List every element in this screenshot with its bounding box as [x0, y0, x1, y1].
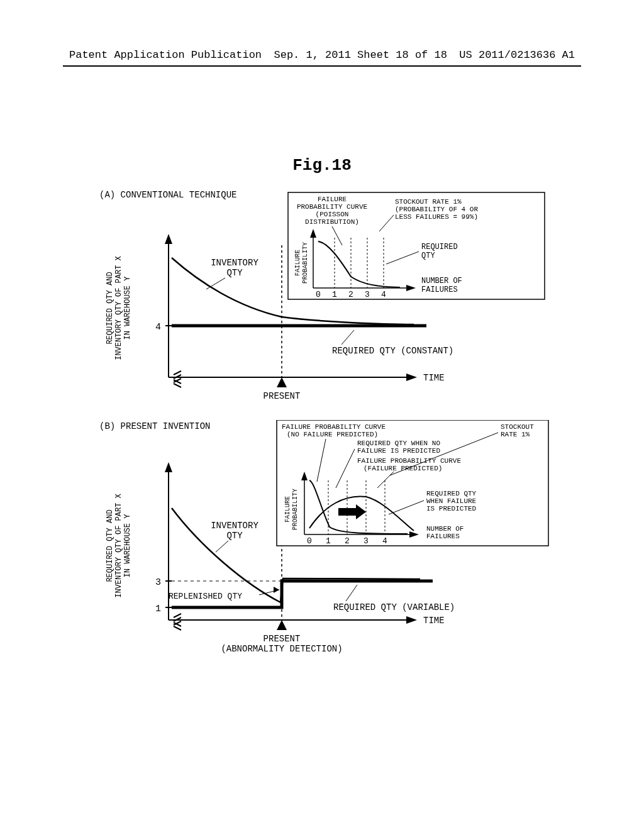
svg-text:FAILURE PROBABILITY CURVE: FAILURE PROBABILITY CURVE	[357, 457, 461, 465]
panel-b-time-label: TIME	[423, 616, 445, 626]
svg-text:FAILURE: FAILURE	[284, 496, 291, 523]
required-qty-variable-label: REQUIRED QTY (VARIABLE)	[333, 602, 455, 612]
figure-label: Fig.18	[0, 156, 644, 175]
present-marker-icon	[277, 620, 287, 630]
panel-b-ylabel-2: INVENTORY QTY OF PART X	[114, 494, 123, 598]
svg-text:3: 3	[364, 536, 369, 546]
svg-text:STOCKOUT: STOCKOUT	[501, 423, 534, 431]
svg-text:1: 1	[332, 290, 337, 299]
header-rule	[63, 65, 581, 67]
svg-rect-50	[277, 420, 548, 546]
svg-text:NUMBER OF: NUMBER OF	[426, 525, 464, 533]
svg-text:FAILURES: FAILURES	[421, 285, 458, 294]
page-header: Patent Application Publication Sep. 1, 2…	[0, 49, 644, 61]
svg-text:(PROBABILITY OF 4 OR: (PROBABILITY OF 4 OR	[395, 206, 478, 213]
svg-text:QTY: QTY	[226, 531, 243, 541]
svg-text:(POISSON: (POISSON	[316, 211, 349, 218]
panel-b-tick-1: 1	[155, 604, 161, 614]
svg-text:0: 0	[307, 536, 312, 546]
panel-b-ylabel-1: REQUIRED QTY AND	[106, 509, 114, 582]
svg-marker-3	[406, 374, 417, 381]
axis-break-icon	[174, 371, 181, 387]
svg-text:(FAILURE PREDICTED): (FAILURE PREDICTED)	[364, 465, 442, 472]
svg-text:PROBABILITY: PROBABILITY	[292, 489, 299, 530]
svg-text:1: 1	[326, 536, 331, 546]
svg-text:2: 2	[348, 290, 353, 299]
panel-a-inset: FAILURE PROBABILITY CURVE (POISSON DISTR…	[288, 192, 545, 299]
inventory-qty-label-1: INVENTORY	[211, 258, 258, 268]
svg-text:(NO FAILURE PREDICTED): (NO FAILURE PREDICTED)	[287, 431, 378, 438]
panel-a-ylabel-1: REQUIRED QTY AND	[106, 272, 114, 344]
panel-a-ylabel-2: INVENTORY QTY OF PART X	[114, 256, 123, 360]
svg-text:REQUIRED QTY WHEN NO: REQUIRED QTY WHEN NO	[357, 440, 440, 447]
header-right: US 2011/0213636 A1	[459, 49, 575, 61]
svg-text:4: 4	[381, 290, 386, 299]
svg-text:RATE 1%: RATE 1%	[501, 431, 530, 438]
svg-text:FAILURE: FAILURE	[318, 196, 347, 203]
axis-break-icon	[174, 614, 181, 630]
svg-line-6	[206, 278, 225, 289]
svg-text:NUMBER OF: NUMBER OF	[421, 277, 462, 285]
inset-required-qty-1: REQUIRED	[421, 243, 458, 252]
panel-b-inset: FAILURE PROBABILITY CURVE (NO FAILURE PR…	[277, 420, 548, 546]
svg-text:WHEN FAILURE: WHEN FAILURE	[426, 497, 477, 505]
panel-a-time-label: TIME	[423, 373, 445, 383]
svg-text:DISTRIBUTION): DISTRIBUTION)	[305, 218, 359, 226]
panel-b-ylabel-3: IN WAREHOUSE Y	[123, 514, 132, 578]
required-qty-constant-label: REQUIRED QTY (CONSTANT)	[332, 346, 453, 356]
svg-text:4: 4	[382, 536, 387, 546]
panel-a-tick-4: 4	[155, 322, 161, 333]
panel-b-tick-3: 3	[155, 577, 161, 588]
svg-text:IS PREDICTED: IS PREDICTED	[426, 505, 477, 512]
replenished-qty-label: REPLENISHED QTY	[169, 592, 242, 601]
svg-marker-48	[274, 587, 279, 593]
svg-text:FAILURE IS PREDICTED: FAILURE IS PREDICTED	[357, 447, 440, 455]
panel-a: (A) CONVENTIONAL TECHNIQUE REQUIRED QTY …	[93, 189, 552, 402]
svg-text:2: 2	[345, 536, 350, 546]
svg-marker-39	[406, 616, 417, 624]
svg-text:FAILURES: FAILURES	[426, 533, 460, 540]
svg-marker-37	[165, 462, 172, 472]
inventory-qty-label-2: QTY	[226, 268, 243, 278]
svg-line-7	[341, 330, 354, 345]
svg-line-46	[216, 541, 228, 552]
present-marker-icon	[277, 377, 287, 387]
panel-b-title: (B) PRESENT INVENTION	[99, 421, 210, 431]
panel-a-ylabel-3: IN WAREHOUSE Y	[123, 277, 132, 340]
svg-line-49	[346, 585, 357, 601]
svg-text:FAILURE PROBABILITY CURVE: FAILURE PROBABILITY CURVE	[282, 423, 386, 431]
panel-b: (B) PRESENT INVENTION REQUIRED QTY AND I…	[93, 420, 552, 665]
svg-text:FAILURE: FAILURE	[294, 250, 301, 276]
svg-rect-78	[338, 508, 356, 516]
panel-b-present-2: (ABNORMALITY DETECTION)	[221, 644, 342, 654]
header-center: Sep. 1, 2011 Sheet 18 of 18	[274, 49, 447, 61]
panel-b-present-1: PRESENT	[264, 634, 301, 644]
svg-text:INVENTORY: INVENTORY	[211, 521, 258, 531]
svg-text:REQUIRED QTY: REQUIRED QTY	[426, 490, 477, 497]
panel-a-present: PRESENT	[264, 391, 301, 401]
svg-text:STOCKOUT RATE 1%: STOCKOUT RATE 1%	[395, 198, 462, 206]
panel-a-title: (A) CONVENTIONAL TECHNIQUE	[99, 190, 236, 200]
svg-text:LESS FAILURES = 99%): LESS FAILURES = 99%)	[395, 213, 478, 221]
inset-required-qty-2: QTY	[421, 252, 435, 260]
svg-text:3: 3	[365, 290, 370, 299]
svg-text:PROBABILITY CURVE: PROBABILITY CURVE	[297, 203, 368, 211]
svg-text:0: 0	[316, 290, 321, 299]
header-left: Patent Application Publication	[69, 49, 262, 61]
svg-text:PROBABILITY: PROBABILITY	[302, 242, 309, 284]
svg-marker-1	[165, 234, 172, 244]
